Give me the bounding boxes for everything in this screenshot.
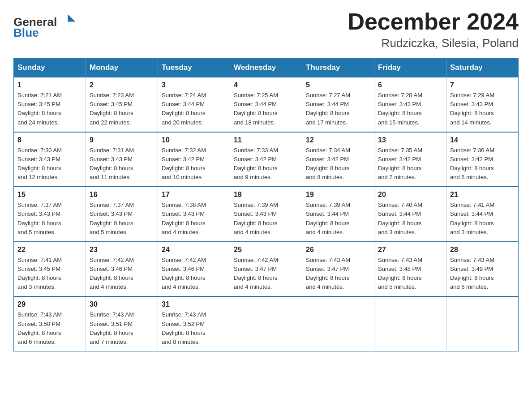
day-number: 14 (450, 136, 515, 144)
calendar-cell: 23 Sunrise: 7:42 AMSunset: 3:46 PMDaylig… (86, 242, 158, 297)
calendar-cell (230, 296, 302, 351)
day-number: 22 (17, 246, 82, 254)
day-number: 20 (378, 191, 442, 199)
header-monday: Monday (86, 59, 158, 77)
day-info: Sunrise: 7:27 AMSunset: 3:44 PMDaylight:… (306, 92, 350, 125)
day-number: 9 (90, 136, 154, 144)
calendar-cell: 18 Sunrise: 7:39 AMSunset: 3:43 PMDaylig… (230, 187, 302, 242)
day-info: Sunrise: 7:25 AMSunset: 3:44 PMDaylight:… (234, 92, 278, 125)
day-number: 13 (378, 136, 442, 144)
calendar-cell: 29 Sunrise: 7:43 AMSunset: 3:50 PMDaylig… (14, 296, 86, 351)
day-number: 21 (450, 191, 515, 199)
day-number: 11 (234, 136, 298, 144)
day-info: Sunrise: 7:43 AMSunset: 3:51 PMDaylight:… (90, 311, 134, 345)
day-info: Sunrise: 7:33 AMSunset: 3:42 PMDaylight:… (234, 147, 278, 180)
day-number: 8 (17, 136, 82, 144)
day-info: Sunrise: 7:35 AMSunset: 3:42 PMDaylight:… (378, 147, 422, 180)
month-year-title: December 2024 (348, 9, 519, 34)
day-number: 23 (90, 246, 154, 254)
calendar-cell: 30 Sunrise: 7:43 AMSunset: 3:51 PMDaylig… (86, 296, 158, 351)
day-info: Sunrise: 7:43 AMSunset: 3:47 PMDaylight:… (306, 257, 350, 290)
day-number: 1 (17, 81, 82, 89)
day-number: 7 (450, 81, 515, 89)
calendar-cell: 7 Sunrise: 7:29 AMSunset: 3:43 PMDayligh… (446, 77, 519, 132)
calendar-cell (374, 296, 446, 351)
day-number: 24 (162, 246, 226, 254)
calendar-week-row: 1 Sunrise: 7:21 AMSunset: 3:45 PMDayligh… (14, 77, 519, 132)
header-wednesday: Wednesday (230, 59, 302, 77)
day-number: 26 (306, 246, 370, 254)
svg-marker-1 (68, 14, 75, 22)
day-info: Sunrise: 7:23 AMSunset: 3:45 PMDaylight:… (90, 92, 134, 125)
calendar-cell: 24 Sunrise: 7:42 AMSunset: 3:46 PMDaylig… (158, 242, 230, 297)
header-friday: Friday (374, 59, 446, 77)
header-saturday: Saturday (446, 59, 519, 77)
calendar-cell: 27 Sunrise: 7:43 AMSunset: 3:48 PMDaylig… (374, 242, 446, 297)
header-thursday: Thursday (302, 59, 374, 77)
day-info: Sunrise: 7:43 AMSunset: 3:49 PMDaylight:… (450, 257, 494, 290)
day-number: 10 (162, 136, 226, 144)
title-block: December 2024 Rudziczka, Silesia, Poland (348, 9, 519, 50)
day-info: Sunrise: 7:28 AMSunset: 3:43 PMDaylight:… (378, 92, 422, 125)
day-info: Sunrise: 7:21 AMSunset: 3:45 PMDaylight:… (17, 92, 62, 125)
day-info: Sunrise: 7:43 AMSunset: 3:50 PMDaylight:… (17, 311, 62, 345)
svg-text:Blue: Blue (13, 26, 39, 39)
calendar-cell: 10 Sunrise: 7:32 AMSunset: 3:42 PMDaylig… (158, 132, 230, 187)
day-number: 17 (162, 191, 226, 199)
logo: General Blue (13, 9, 76, 40)
day-info: Sunrise: 7:43 AMSunset: 3:48 PMDaylight:… (378, 257, 422, 290)
calendar-cell: 22 Sunrise: 7:41 AMSunset: 3:45 PMDaylig… (14, 242, 86, 297)
calendar-cell: 9 Sunrise: 7:31 AMSunset: 3:43 PMDayligh… (86, 132, 158, 187)
calendar-cell: 20 Sunrise: 7:40 AMSunset: 3:44 PMDaylig… (374, 187, 446, 242)
calendar-cell: 26 Sunrise: 7:43 AMSunset: 3:47 PMDaylig… (302, 242, 374, 297)
day-info: Sunrise: 7:31 AMSunset: 3:43 PMDaylight:… (90, 147, 134, 180)
page-header: General Blue December 2024 Rudziczka, Si… (13, 9, 519, 50)
day-number: 5 (306, 81, 370, 89)
day-info: Sunrise: 7:41 AMSunset: 3:44 PMDaylight:… (450, 201, 494, 235)
calendar-cell: 13 Sunrise: 7:35 AMSunset: 3:42 PMDaylig… (374, 132, 446, 187)
day-info: Sunrise: 7:42 AMSunset: 3:46 PMDaylight:… (90, 257, 134, 290)
day-info: Sunrise: 7:38 AMSunset: 3:43 PMDaylight:… (162, 201, 206, 235)
day-info: Sunrise: 7:29 AMSunset: 3:43 PMDaylight:… (450, 92, 494, 125)
day-info: Sunrise: 7:41 AMSunset: 3:45 PMDaylight:… (17, 257, 62, 290)
day-number: 25 (234, 246, 298, 254)
calendar-cell: 17 Sunrise: 7:38 AMSunset: 3:43 PMDaylig… (158, 187, 230, 242)
day-info: Sunrise: 7:39 AMSunset: 3:43 PMDaylight:… (234, 201, 278, 235)
calendar-cell: 4 Sunrise: 7:25 AMSunset: 3:44 PMDayligh… (230, 77, 302, 132)
calendar-table: Sunday Monday Tuesday Wednesday Thursday… (13, 58, 519, 351)
calendar-cell: 31 Sunrise: 7:43 AMSunset: 3:52 PMDaylig… (158, 296, 230, 351)
calendar-cell: 8 Sunrise: 7:30 AMSunset: 3:43 PMDayligh… (14, 132, 86, 187)
calendar-cell: 19 Sunrise: 7:39 AMSunset: 3:44 PMDaylig… (302, 187, 374, 242)
calendar-cell: 11 Sunrise: 7:33 AMSunset: 3:42 PMDaylig… (230, 132, 302, 187)
day-info: Sunrise: 7:34 AMSunset: 3:42 PMDaylight:… (306, 147, 350, 180)
calendar-cell: 25 Sunrise: 7:42 AMSunset: 3:47 PMDaylig… (230, 242, 302, 297)
calendar-cell: 28 Sunrise: 7:43 AMSunset: 3:49 PMDaylig… (446, 242, 519, 297)
day-info: Sunrise: 7:42 AMSunset: 3:46 PMDaylight:… (162, 257, 206, 290)
day-number: 30 (90, 300, 154, 308)
day-info: Sunrise: 7:30 AMSunset: 3:43 PMDaylight:… (17, 147, 62, 180)
day-info: Sunrise: 7:32 AMSunset: 3:42 PMDaylight:… (162, 147, 206, 180)
day-number: 28 (450, 246, 515, 254)
day-info: Sunrise: 7:37 AMSunset: 3:43 PMDaylight:… (90, 201, 134, 235)
day-number: 2 (90, 81, 154, 89)
calendar-cell: 6 Sunrise: 7:28 AMSunset: 3:43 PMDayligh… (374, 77, 446, 132)
day-number: 16 (90, 191, 154, 199)
header-sunday: Sunday (14, 59, 86, 77)
header-tuesday: Tuesday (158, 59, 230, 77)
day-number: 19 (306, 191, 370, 199)
calendar-week-row: 22 Sunrise: 7:41 AMSunset: 3:45 PMDaylig… (14, 242, 519, 297)
calendar-week-row: 8 Sunrise: 7:30 AMSunset: 3:43 PMDayligh… (14, 132, 519, 187)
calendar-week-row: 15 Sunrise: 7:37 AMSunset: 3:43 PMDaylig… (14, 187, 519, 242)
day-number: 27 (378, 246, 442, 254)
day-info: Sunrise: 7:43 AMSunset: 3:52 PMDaylight:… (162, 311, 206, 345)
day-info: Sunrise: 7:39 AMSunset: 3:44 PMDaylight:… (306, 201, 350, 235)
day-number: 12 (306, 136, 370, 144)
calendar-cell (446, 296, 519, 351)
calendar-cell: 3 Sunrise: 7:24 AMSunset: 3:44 PMDayligh… (158, 77, 230, 132)
day-number: 6 (378, 81, 442, 89)
day-number: 4 (234, 81, 298, 89)
calendar-week-row: 29 Sunrise: 7:43 AMSunset: 3:50 PMDaylig… (14, 296, 519, 351)
day-number: 18 (234, 191, 298, 199)
day-number: 31 (162, 300, 226, 308)
day-info: Sunrise: 7:40 AMSunset: 3:44 PMDaylight:… (378, 201, 422, 235)
